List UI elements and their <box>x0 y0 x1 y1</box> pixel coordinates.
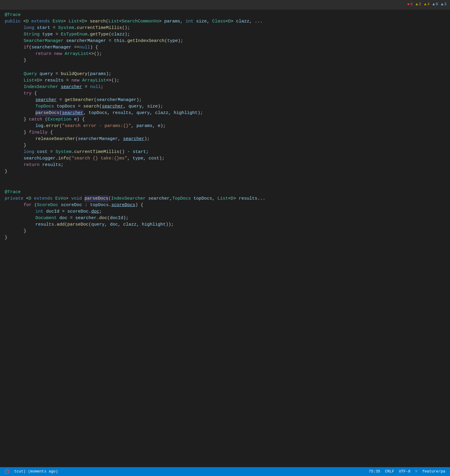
code-line-cost: long cost = System.currentTimeMillis() -… <box>0 149 450 155</box>
code-line-close-finally: } <box>0 142 450 149</box>
info-count-1: 9 <box>436 2 438 7</box>
code-line-close-method1: } <box>0 168 450 175</box>
bottom-bar-left: ! tcut) (moments ago) <box>5 469 58 475</box>
code-line-document-doc: Document doc = searcher.doc(docId); <box>0 215 450 221</box>
info-triangle-2: ▲ <box>441 2 443 7</box>
code-line-close-for: } <box>0 228 450 234</box>
code-line-long-start: long start = System.currentTimeMillis(); <box>0 25 450 31</box>
bottom-bar-right: 75:35 CRLF UTF-8 ⑂ feature/pa <box>369 469 445 475</box>
code-line-search-logger: searchLogger.info("search {} take:{}ms",… <box>0 155 450 162</box>
code-line-close-if: } <box>0 57 450 64</box>
bottom-left-text: tcut) (moments ago) <box>14 469 58 475</box>
code-line-results-add: results.add(parseDoc(query, doc, clazz, … <box>0 221 450 228</box>
branch-icon: ⑂ <box>415 469 418 475</box>
error-dot: ● <box>407 2 410 7</box>
info-indicator-1[interactable]: ▲ 9 <box>433 2 438 7</box>
code-line-annotation2: @Trace <box>0 189 450 195</box>
code-line-topdocs: TopDocs topDocs = search(searcher, query… <box>0 103 450 110</box>
bottom-error-icon[interactable]: ! <box>5 469 9 474</box>
editor: ● 6 ▲ 2 ▲ 4 ▲ 9 ▲ 3 @Trace <box>0 0 450 476</box>
code-line-list-results: List<D> results = new ArrayList<>(); <box>0 77 450 84</box>
top-status-bar: ● 6 ▲ 2 ▲ 4 ▲ 9 ▲ 3 <box>0 0 450 9</box>
blank-line-2 <box>0 175 450 182</box>
warning-count-2: 4 <box>427 2 430 7</box>
code-line-string-type: String type = EsTypeEnum.getType(clazz); <box>0 31 450 38</box>
code-line-release-searcher: releaseSearcher(searcherManager, searche… <box>0 136 450 142</box>
code-line-int-docid: int docId = scoreDoc.doc; <box>0 208 450 215</box>
error-count: 6 <box>410 2 413 7</box>
code-line-for: for (ScoreDoc scoreDoc : topDocs.scoreDo… <box>0 202 450 208</box>
info-indicator-2[interactable]: ▲ 3 <box>441 2 446 7</box>
warning-count-1: 2 <box>419 2 421 7</box>
code-line-catch: } catch (Exception e) { <box>0 116 450 123</box>
code-line-return-results: return results; <box>0 162 450 168</box>
code-line-searcher-manager: SearcherManager searcherManager = this.g… <box>0 38 450 44</box>
warning-indicator-1[interactable]: ▲ 2 <box>416 2 421 7</box>
warning-indicator-2[interactable]: ▲ 4 <box>424 2 430 7</box>
code-line-method-sig: public <D extends EsVo> List<D> search(L… <box>0 18 450 25</box>
status-indicators: ● 6 ▲ 2 ▲ 4 ▲ 9 ▲ 3 <box>407 2 446 7</box>
cursor-position[interactable]: 75:35 <box>369 469 380 475</box>
blank-line-3 <box>0 182 450 189</box>
kw-public: public <box>5 18 23 25</box>
line-ending[interactable]: CRLF <box>385 469 394 475</box>
warning-triangle-2: ▲ <box>424 2 426 7</box>
bottom-status-bar: ! tcut) (moments ago) 75:35 CRLF UTF-8 ⑂… <box>0 467 450 476</box>
annotation-trace2: @Trace <box>5 189 21 195</box>
warning-triangle-1: ▲ <box>416 2 418 7</box>
blank-line-1 <box>0 64 450 71</box>
file-encoding[interactable]: UTF-8 <box>399 469 410 475</box>
branch-name[interactable]: feature/pa <box>422 469 445 475</box>
info-count-2: 3 <box>444 2 446 7</box>
code-line-if: if(searcherManager ==null) { <box>0 44 450 51</box>
code-line-finally: } finally { <box>0 129 450 136</box>
code-editor[interactable]: @Trace public <D extends EsVo> List<D> s… <box>0 9 450 467</box>
code-line-return-arraylist: return new ArrayList<>(); <box>0 51 450 57</box>
annotation-trace1: @Trace <box>5 12 21 18</box>
code-line-parsedocs-call: parseDocs(searcher, topDocs, results, qu… <box>0 110 450 116</box>
code-line-searcher-assign: searcher = getSearcher(searcherManager); <box>0 97 450 103</box>
code-line-try: try { <box>0 90 450 97</box>
code-line-log-error: log.error("search error - params:{}", pa… <box>0 123 450 129</box>
code-line-parsedocs-sig: private <D extends EsVo> void parseDocs(… <box>0 195 450 202</box>
code-line-annotation1: @Trace <box>0 12 450 18</box>
code-line-index-searcher: IndexSearcher searcher = null; <box>0 84 450 90</box>
code-line-query: Query query = buildQuery(params); <box>0 71 450 77</box>
error-indicator[interactable]: ● 6 <box>407 2 413 7</box>
info-triangle-1: ▲ <box>433 2 435 7</box>
code-line-close-method2: } <box>0 234 450 241</box>
